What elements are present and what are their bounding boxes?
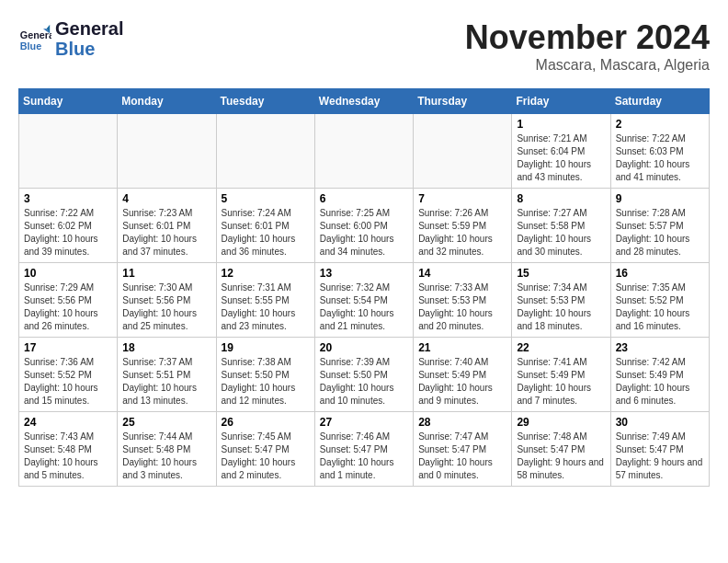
day-cell: 5Sunrise: 7:24 AM Sunset: 6:01 PM Daylig… (216, 189, 314, 263)
day-cell: 27Sunrise: 7:46 AM Sunset: 5:47 PM Dayli… (314, 412, 413, 487)
day-number: 21 (418, 341, 506, 354)
day-number: 29 (517, 416, 605, 429)
day-cell: 4Sunrise: 7:23 AM Sunset: 6:01 PM Daylig… (118, 189, 216, 263)
day-cell: 26Sunrise: 7:45 AM Sunset: 5:47 PM Dayli… (216, 412, 314, 487)
page-header: General Blue General Blue November 2024 … (18, 18, 710, 74)
day-number: 17 (24, 341, 112, 354)
day-info: Sunrise: 7:25 AM Sunset: 6:00 PM Dayligh… (320, 207, 408, 259)
day-number: 16 (616, 267, 704, 280)
day-cell: 14Sunrise: 7:33 AM Sunset: 5:53 PM Dayli… (414, 263, 512, 338)
day-info: Sunrise: 7:30 AM Sunset: 5:56 PM Dayligh… (122, 282, 210, 333)
day-cell: 15Sunrise: 7:34 AM Sunset: 5:53 PM Dayli… (512, 263, 610, 338)
day-cell: 28Sunrise: 7:47 AM Sunset: 5:47 PM Dayli… (414, 412, 512, 487)
day-info: Sunrise: 7:22 AM Sunset: 6:03 PM Dayligh… (616, 132, 704, 184)
day-info: Sunrise: 7:29 AM Sunset: 5:56 PM Dayligh… (24, 282, 112, 333)
day-number: 26 (222, 416, 310, 429)
day-number: 23 (616, 341, 704, 354)
day-info: Sunrise: 7:44 AM Sunset: 5:48 PM Dayligh… (122, 431, 210, 482)
day-number: 2 (616, 118, 704, 131)
day-number: 22 (517, 341, 605, 354)
day-cell: 9Sunrise: 7:28 AM Sunset: 5:57 PM Daylig… (610, 189, 709, 263)
day-cell (216, 114, 314, 189)
day-info: Sunrise: 7:34 AM Sunset: 5:53 PM Dayligh… (517, 282, 605, 333)
day-cell: 21Sunrise: 7:40 AM Sunset: 5:49 PM Dayli… (414, 338, 512, 412)
month-title: November 2024 (465, 18, 710, 57)
day-cell: 18Sunrise: 7:37 AM Sunset: 5:51 PM Dayli… (118, 338, 216, 412)
day-info: Sunrise: 7:35 AM Sunset: 5:52 PM Dayligh… (616, 282, 704, 333)
week-row-5: 24Sunrise: 7:43 AM Sunset: 5:48 PM Dayli… (19, 412, 710, 487)
day-cell: 17Sunrise: 7:36 AM Sunset: 5:52 PM Dayli… (19, 338, 118, 412)
day-info: Sunrise: 7:38 AM Sunset: 5:50 PM Dayligh… (222, 356, 310, 408)
day-cell: 1Sunrise: 7:21 AM Sunset: 6:04 PM Daylig… (512, 114, 610, 189)
day-info: Sunrise: 7:37 AM Sunset: 5:51 PM Dayligh… (122, 356, 210, 408)
day-info: Sunrise: 7:40 AM Sunset: 5:49 PM Dayligh… (418, 356, 506, 408)
calendar-table: SundayMondayTuesdayWednesdayThursdayFrid… (18, 88, 710, 487)
day-cell: 8Sunrise: 7:27 AM Sunset: 5:58 PM Daylig… (512, 189, 610, 263)
logo-general-text: General (55, 18, 123, 39)
day-cell: 30Sunrise: 7:49 AM Sunset: 5:47 PM Dayli… (610, 412, 709, 487)
day-number: 3 (24, 192, 112, 205)
day-info: Sunrise: 7:47 AM Sunset: 5:47 PM Dayligh… (418, 431, 506, 482)
title-block: November 2024 Mascara, Mascara, Algeria (465, 18, 710, 74)
weekday-header-monday: Monday (118, 89, 216, 114)
logo: General Blue General Blue (18, 18, 123, 59)
logo-blue-text: Blue (55, 39, 123, 59)
day-number: 30 (616, 416, 704, 429)
day-cell: 11Sunrise: 7:30 AM Sunset: 5:56 PM Dayli… (118, 263, 216, 338)
day-info: Sunrise: 7:33 AM Sunset: 5:53 PM Dayligh… (418, 282, 506, 333)
day-info: Sunrise: 7:41 AM Sunset: 5:49 PM Dayligh… (517, 356, 605, 408)
day-cell: 20Sunrise: 7:39 AM Sunset: 5:50 PM Dayli… (314, 338, 413, 412)
day-info: Sunrise: 7:49 AM Sunset: 5:47 PM Dayligh… (616, 431, 704, 482)
svg-text:Blue: Blue (20, 40, 41, 52)
day-info: Sunrise: 7:48 AM Sunset: 5:47 PM Dayligh… (517, 431, 605, 482)
day-cell: 2Sunrise: 7:22 AM Sunset: 6:03 PM Daylig… (610, 114, 709, 189)
day-cell (118, 114, 216, 189)
week-row-2: 3Sunrise: 7:22 AM Sunset: 6:02 PM Daylig… (19, 189, 710, 263)
logo-icon: General Blue (18, 22, 51, 55)
day-info: Sunrise: 7:45 AM Sunset: 5:47 PM Dayligh… (222, 431, 310, 482)
day-number: 1 (517, 118, 605, 131)
day-number: 13 (320, 267, 408, 280)
day-number: 4 (122, 192, 210, 205)
day-info: Sunrise: 7:22 AM Sunset: 6:02 PM Dayligh… (24, 207, 112, 259)
week-row-1: 1Sunrise: 7:21 AM Sunset: 6:04 PM Daylig… (19, 114, 710, 189)
day-info: Sunrise: 7:31 AM Sunset: 5:55 PM Dayligh… (222, 282, 310, 333)
day-number: 14 (418, 267, 506, 280)
day-cell: 13Sunrise: 7:32 AM Sunset: 5:54 PM Dayli… (314, 263, 413, 338)
day-number: 25 (122, 416, 210, 429)
day-cell: 7Sunrise: 7:26 AM Sunset: 5:59 PM Daylig… (414, 189, 512, 263)
day-cell (19, 114, 118, 189)
day-number: 10 (24, 267, 112, 280)
day-info: Sunrise: 7:21 AM Sunset: 6:04 PM Dayligh… (517, 132, 605, 184)
week-row-4: 17Sunrise: 7:36 AM Sunset: 5:52 PM Dayli… (19, 338, 710, 412)
day-number: 7 (418, 192, 506, 205)
day-cell: 12Sunrise: 7:31 AM Sunset: 5:55 PM Dayli… (216, 263, 314, 338)
day-cell: 29Sunrise: 7:48 AM Sunset: 5:47 PM Dayli… (512, 412, 610, 487)
day-cell: 23Sunrise: 7:42 AM Sunset: 5:49 PM Dayli… (610, 338, 709, 412)
weekday-header-tuesday: Tuesday (216, 89, 314, 114)
day-info: Sunrise: 7:27 AM Sunset: 5:58 PM Dayligh… (517, 207, 605, 259)
day-cell: 22Sunrise: 7:41 AM Sunset: 5:49 PM Dayli… (512, 338, 610, 412)
day-info: Sunrise: 7:32 AM Sunset: 5:54 PM Dayligh… (320, 282, 408, 333)
day-info: Sunrise: 7:43 AM Sunset: 5:48 PM Dayligh… (24, 431, 112, 482)
day-info: Sunrise: 7:36 AM Sunset: 5:52 PM Dayligh… (24, 356, 112, 408)
day-info: Sunrise: 7:23 AM Sunset: 6:01 PM Dayligh… (122, 207, 210, 259)
weekday-header-thursday: Thursday (414, 89, 512, 114)
day-cell: 10Sunrise: 7:29 AM Sunset: 5:56 PM Dayli… (19, 263, 118, 338)
weekday-header-row: SundayMondayTuesdayWednesdayThursdayFrid… (19, 89, 710, 114)
day-info: Sunrise: 7:28 AM Sunset: 5:57 PM Dayligh… (616, 207, 704, 259)
day-number: 24 (24, 416, 112, 429)
day-info: Sunrise: 7:42 AM Sunset: 5:49 PM Dayligh… (616, 356, 704, 408)
day-number: 11 (122, 267, 210, 280)
weekday-header-friday: Friday (512, 89, 610, 114)
week-row-3: 10Sunrise: 7:29 AM Sunset: 5:56 PM Dayli… (19, 263, 710, 338)
day-info: Sunrise: 7:46 AM Sunset: 5:47 PM Dayligh… (320, 431, 408, 482)
weekday-header-saturday: Saturday (610, 89, 709, 114)
day-info: Sunrise: 7:39 AM Sunset: 5:50 PM Dayligh… (320, 356, 408, 408)
day-number: 18 (122, 341, 210, 354)
day-cell: 6Sunrise: 7:25 AM Sunset: 6:00 PM Daylig… (314, 189, 413, 263)
weekday-header-sunday: Sunday (19, 89, 118, 114)
day-number: 6 (320, 192, 408, 205)
location-text: Mascara, Mascara, Algeria (465, 57, 710, 74)
day-number: 15 (517, 267, 605, 280)
